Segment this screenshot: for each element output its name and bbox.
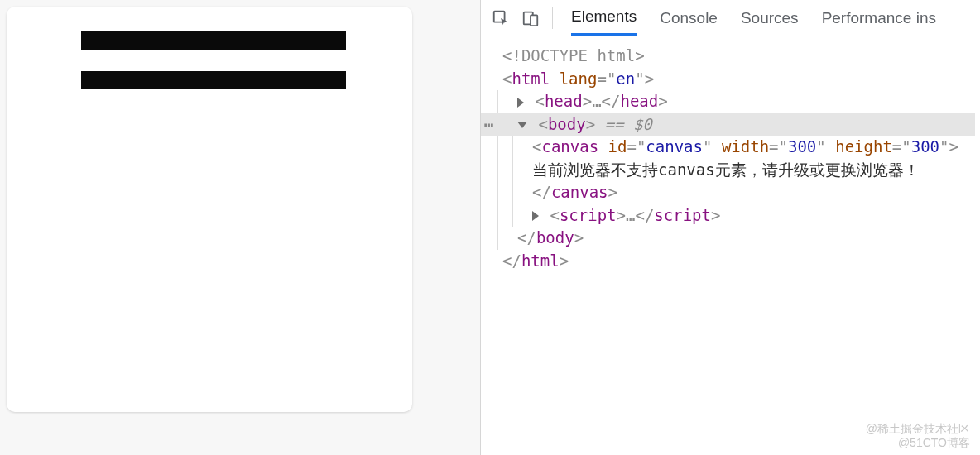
canvas-stroke-1 (81, 31, 346, 50)
canvas-stroke-2 (81, 71, 346, 89)
inspect-icon[interactable] (489, 7, 512, 30)
dom-canvas-open[interactable]: <canvas id="canvas" width="300" height="… (486, 136, 975, 159)
dom-canvas-close[interactable]: </canvas> (486, 181, 975, 204)
dom-script[interactable]: <script>…</script> (486, 204, 975, 228)
tab-elements[interactable]: Elements (571, 0, 637, 36)
dom-head[interactable]: <head>…</head> (486, 90, 975, 113)
tab-console[interactable]: Console (660, 0, 718, 36)
device-toggle-icon[interactable] (519, 7, 542, 30)
dom-body-open[interactable]: <body> == $0 (481, 113, 975, 136)
dom-html-open[interactable]: <html lang="en"> (486, 68, 975, 91)
dom-html-close[interactable]: </html> (486, 250, 975, 273)
svg-rect-2 (531, 15, 537, 26)
watermark: @稀土掘金技术社区 @51CTO博客 (866, 422, 970, 450)
dom-canvas-fallback[interactable]: 当前浏览器不支持canvas元素，请升级或更换浏览器！ (486, 159, 975, 182)
expand-arrow-icon[interactable] (532, 211, 539, 221)
devtools-panel: Elements Console Sources Performance ins… (480, 0, 980, 455)
dom-doctype[interactable]: <!DOCTYPE html> (486, 45, 975, 68)
tab-sources[interactable]: Sources (741, 0, 799, 36)
canvas-element (7, 7, 412, 412)
rendered-page-pane (0, 0, 480, 455)
devtools-toolbar: Elements Console Sources Performance ins (481, 0, 980, 36)
dom-body-close[interactable]: </body> (486, 227, 975, 250)
toolbar-separator (552, 7, 553, 29)
tab-performance[interactable]: Performance ins (822, 0, 936, 36)
expand-arrow-icon[interactable] (517, 98, 524, 108)
dom-tree[interactable]: <!DOCTYPE html> <html lang="en"> <head>…… (481, 36, 980, 455)
devtools-tabs: Elements Console Sources Performance ins (571, 0, 936, 36)
collapse-arrow-icon[interactable] (517, 122, 527, 128)
